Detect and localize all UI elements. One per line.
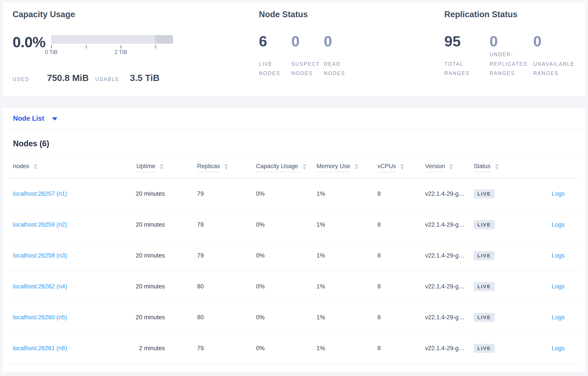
sort-icon [400, 164, 404, 169]
total-ranges-count: 95 [444, 34, 490, 49]
capacity-axis-ticks [51, 44, 173, 49]
replicas-cell: 80 [197, 314, 256, 321]
version-cell: v22.1.4-29-g… [425, 283, 474, 290]
status-badge: LIVE [474, 189, 495, 198]
column-header-nodes[interactable]: nodes [13, 163, 134, 172]
sort-icon [449, 164, 453, 169]
node-status-title: Node Status [259, 10, 413, 20]
vcpus-cell: 8 [378, 221, 425, 228]
axis-tick-label: 0 TiB [45, 49, 58, 55]
node-link[interactable]: localhost:26258 (n3) [13, 252, 67, 259]
table-row: localhost:26262 (n4) 20 minutes 80 0% 1%… [8, 271, 580, 302]
total-ranges-label: TOTAL RANGES [444, 59, 490, 78]
logs-link[interactable]: Logs [552, 283, 565, 290]
replicas-cell: 78 [197, 221, 256, 228]
table-row: localhost:26261 (n6) 2 minutes 79 0% 1% … [8, 333, 580, 364]
live-nodes-label: LIVE NODES [259, 59, 291, 78]
capacity-bar-reserved-segment [155, 35, 173, 44]
vcpus-cell: 8 [378, 345, 425, 352]
sort-icon [160, 164, 163, 169]
version-cell: v22.1.4-29-g… [425, 345, 474, 352]
axis-tick [121, 45, 121, 49]
memory-use-cell: 1% [316, 190, 378, 197]
node-list-dropdown-label: Node List [13, 115, 44, 123]
version-cell: v22.1.4-29-g… [425, 314, 474, 321]
logs-link[interactable]: Logs [552, 314, 565, 321]
sort-icon [34, 164, 37, 169]
table-row: localhost:26257 (n1) 20 minutes 79 0% 1%… [8, 178, 580, 209]
used-label: USED [13, 76, 29, 82]
column-header-capacity-usage[interactable]: Capacity Usage [256, 163, 316, 172]
column-header-vcpus[interactable]: vCPUs [378, 163, 425, 172]
axis-tick [155, 45, 156, 49]
node-link[interactable]: localhost:26260 (n5) [13, 314, 67, 321]
replicas-cell: 80 [197, 283, 256, 290]
capacity-usage-cell: 0% [256, 283, 316, 290]
capacity-usage-bar [51, 35, 173, 44]
status-badge: LIVE [474, 251, 495, 260]
version-cell: v22.1.4-29-g… [425, 252, 474, 259]
replicas-cell: 79 [197, 252, 256, 259]
node-link[interactable]: localhost:26257 (n1) [13, 190, 67, 197]
logs-link[interactable]: Logs [552, 190, 565, 197]
dead-nodes-count: 0 [324, 34, 356, 49]
logs-link[interactable]: Logs [552, 345, 565, 352]
column-header-uptime[interactable]: Uptime [134, 163, 197, 172]
memory-use-cell: 1% [316, 252, 378, 259]
status-badge: LIVE [474, 282, 495, 291]
unavailable-ranges-count: 0 [533, 34, 578, 49]
uptime-cell: 2 minutes [134, 345, 165, 352]
live-nodes-count: 6 [259, 34, 291, 49]
capacity-usage-section: Capacity Usage 0.0% 0 TiB 2 TiB [13, 10, 251, 83]
memory-use-cell: 1% [316, 221, 378, 228]
used-value: 750.8 MiB [47, 73, 89, 83]
nodes-table-title: Nodes (6) [13, 139, 575, 148]
dead-nodes-label: DEAD NODES [324, 59, 356, 78]
sort-icon [355, 164, 358, 169]
table-row: localhost:26258 (n3) 20 minutes 79 0% 1%… [8, 240, 580, 271]
under-replicated-ranges-count: 0 [490, 34, 533, 49]
version-cell: v22.1.4-29-g… [425, 190, 474, 197]
column-header-version[interactable]: Version [425, 163, 474, 172]
unavailable-ranges-label: UNAVAILABLE RANGES [533, 59, 578, 78]
axis-tick [86, 45, 86, 49]
node-link[interactable]: localhost:26259 (n2) [13, 221, 67, 228]
table-row: localhost:26259 (n2) 20 minutes 78 0% 1%… [8, 209, 580, 240]
status-badge: LIVE [474, 344, 495, 353]
version-cell: v22.1.4-29-g… [425, 221, 474, 228]
uptime-cell: 20 minutes [134, 314, 165, 321]
sort-icon [224, 164, 228, 169]
node-list-dropdown[interactable]: Node List [2, 108, 586, 129]
column-header-status[interactable]: Status [474, 163, 520, 172]
replication-status-section: Replication Status 95 0 0 TOTAL RANGES U… [444, 10, 586, 78]
uptime-cell: 20 minutes [134, 283, 165, 290]
node-list-panel: Node List Nodes (6) nodes Uptime Replica… [2, 107, 586, 373]
vcpus-cell: 8 [378, 190, 425, 197]
usable-label: USABLE [95, 76, 119, 82]
nodes-table-header: nodes Uptime Replicas Capacity Usage Mem… [8, 157, 580, 178]
sort-icon [303, 164, 306, 169]
node-link[interactable]: localhost:26261 (n6) [13, 345, 67, 352]
axis-tick-label: 2 TiB [115, 49, 127, 55]
memory-use-cell: 1% [316, 345, 378, 352]
chevron-down-icon [52, 117, 57, 120]
replication-status-title: Replication Status [444, 10, 586, 20]
logs-link[interactable]: Logs [552, 252, 565, 259]
usable-value: 3.5 TiB [130, 73, 160, 83]
column-header-memory-use[interactable]: Memory Use [316, 163, 378, 172]
node-status-section: Node Status 6 0 0 LIVE NODES SUSPECT NOD… [259, 10, 413, 78]
replicas-cell: 79 [197, 190, 256, 197]
capacity-usage-cell: 0% [256, 252, 316, 259]
capacity-usage-cell: 0% [256, 190, 316, 197]
node-link[interactable]: localhost:26262 (n4) [13, 283, 67, 290]
capacity-usage-title: Capacity Usage [13, 10, 251, 20]
capacity-usage-cell: 0% [256, 221, 316, 228]
column-header-replicas[interactable]: Replicas [197, 163, 256, 172]
suspect-nodes-count: 0 [291, 34, 324, 49]
vcpus-cell: 8 [378, 252, 425, 259]
uptime-cell: 20 minutes [134, 190, 165, 197]
cluster-overview-panel: Capacity Usage 0.0% 0 TiB 2 TiB [2, 2, 586, 97]
memory-use-cell: 1% [316, 283, 378, 290]
logs-link[interactable]: Logs [552, 221, 565, 228]
uptime-cell: 20 minutes [134, 252, 165, 259]
